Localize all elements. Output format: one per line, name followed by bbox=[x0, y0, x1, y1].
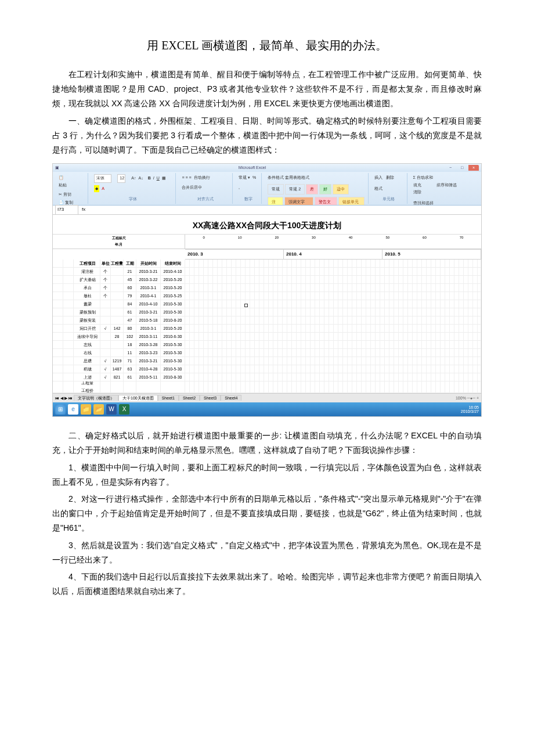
table-row[interactable]: 承台 个 60 2010-3-1 2010-5-20 bbox=[53, 284, 481, 292]
style-good[interactable]: 好 bbox=[319, 184, 331, 195]
font-name[interactable]: 宋体 bbox=[94, 174, 111, 183]
ruler-tick: 70 bbox=[460, 235, 464, 249]
style-bad[interactable]: 差 bbox=[306, 184, 318, 195]
style-note[interactable]: 注释 bbox=[268, 197, 283, 206]
minimize-button[interactable]: − bbox=[445, 165, 456, 171]
bold-button[interactable]: B bbox=[148, 175, 151, 182]
sheet-tab[interactable]: Sheet2 bbox=[179, 395, 200, 401]
folder-icon[interactable]: 📂 bbox=[93, 404, 104, 415]
ruler-tick: 30 bbox=[312, 235, 316, 249]
ie-icon[interactable]: e bbox=[68, 404, 78, 415]
comma-button[interactable]: , bbox=[239, 184, 240, 192]
style-link[interactable]: 链接单元格 bbox=[338, 197, 365, 206]
font-size[interactable]: 12 bbox=[117, 174, 125, 183]
format-button[interactable]: 格式 bbox=[374, 185, 383, 193]
table-row[interactable]: 上游 √ 821 61 2010-5-11 2010-8-30 bbox=[53, 373, 481, 381]
table-row[interactable]: 扩大基础 个 45 2010-3-22 2010-5-20 bbox=[53, 276, 481, 284]
font-shrink[interactable]: A↓ bbox=[139, 175, 143, 182]
find-select[interactable]: 查找和选择 bbox=[413, 200, 434, 206]
sheet-tab[interactable]: Sheet1 bbox=[158, 395, 179, 401]
paste-button[interactable]: 📋粘贴 bbox=[59, 174, 67, 189]
border-button[interactable]: ▦ bbox=[162, 175, 166, 182]
fill-color[interactable]: ◆ bbox=[94, 185, 99, 193]
sheet-main-title: XX高速公路XX合同段大干100天进度计划 bbox=[53, 215, 481, 235]
excel-screenshot: ▣ Microsoft Excel − □ × 📋粘贴 ✂ 剪切 📄 复制 🖌 … bbox=[52, 163, 482, 417]
sheet-tab[interactable]: Sheet4 bbox=[221, 395, 241, 401]
excel-taskbar-icon[interactable]: X bbox=[119, 404, 129, 415]
ribbon-editing: Σ 自动求和 填充 清除 排序和筛选 查找和选择 编辑 bbox=[410, 173, 479, 204]
insert-button[interactable]: 插入 bbox=[374, 174, 383, 182]
wrap-text[interactable]: 自动换行 bbox=[194, 174, 210, 182]
delete-button[interactable]: 删除 bbox=[386, 174, 394, 182]
name-box[interactable]: I73 bbox=[55, 205, 78, 214]
table-row[interactable]: 墩柱 个 79 2010-4-1 2010-5-25 bbox=[53, 292, 481, 300]
close-button[interactable]: × bbox=[468, 165, 479, 171]
table-row[interactable]: 思塘 √ 1219 71 2010-3-21 2010-5-30 bbox=[53, 357, 481, 365]
style-normal[interactable]: 常规 bbox=[268, 184, 284, 195]
copy-button[interactable]: 📄 复制 bbox=[59, 199, 76, 206]
cells-label: 单元格 bbox=[374, 196, 403, 203]
maximize-button[interactable]: □ bbox=[457, 165, 467, 171]
sheet-tab[interactable]: 文字说明（横道图） bbox=[74, 395, 118, 401]
table-row[interactable]: 连续中导洞 28 102 2010-3-11 2010-6-30 bbox=[53, 333, 481, 341]
section-1: 一、确定横道图的格式，外围框架、工程项目、日期、时间等形式。确定格式的时候特别要… bbox=[52, 114, 482, 158]
format-table-button[interactable]: 套用表格格式 bbox=[285, 174, 309, 182]
style-normal2[interactable]: 常规 2 bbox=[285, 184, 305, 195]
underline-button[interactable]: U bbox=[157, 175, 160, 182]
system-tray[interactable]: 16:05 2010/3/27 bbox=[461, 405, 479, 414]
italic-button[interactable]: I bbox=[153, 175, 154, 182]
worksheet[interactable]: XX高速公路XX合同段大干100天进度计划 工程标尺 年.月 010203040… bbox=[53, 215, 481, 393]
table-row[interactable]: 洞口开挖 √ 142 80 2010-3-1 2010-5-20 bbox=[53, 325, 481, 333]
number-format[interactable]: 常规 ▾ bbox=[239, 174, 250, 182]
zoom-control[interactable]: 100% ─●─ + bbox=[456, 395, 479, 402]
sheet-tabs: ⏮ ◀ ▶ ⏭ 文字说明（横道图）大干100天横道图Sheet1Sheet2Sh… bbox=[53, 393, 481, 402]
step-1: 1、横道图中中间一行填入时间，要和上面工程标尺的时间一致哦，一行填完以后，字体颜… bbox=[52, 460, 482, 489]
align-buttons[interactable]: ≡ ≡ ≡ bbox=[182, 174, 191, 182]
cond-format-button[interactable]: 条件格式 bbox=[268, 174, 284, 182]
tab-nav-last[interactable]: ⏭ bbox=[68, 395, 73, 402]
table-row[interactable]: 梁板预制 61 2010-3-21 2010-5-30 bbox=[53, 308, 481, 316]
font-color[interactable]: A bbox=[102, 185, 104, 193]
windows-taskbar: ⊞ e 📁 📂 W X 16:05 2010/3/27 bbox=[53, 402, 481, 416]
ribbon-clipboard: 📋粘贴 ✂ 剪切 📄 复制 🖌 格式刷 剪贴板 bbox=[55, 173, 88, 204]
tab-nav-prev[interactable]: ◀ bbox=[60, 395, 63, 402]
autosum[interactable]: Σ 自动求和 bbox=[413, 174, 433, 182]
explorer-icon[interactable]: 📁 bbox=[81, 404, 91, 415]
style-warn[interactable]: 警告文字 bbox=[315, 197, 337, 206]
merge-center[interactable]: 合并后居中 bbox=[182, 184, 202, 192]
table-row[interactable]: 灌注桩 个 21 2010-3-21 2010-4-10 bbox=[53, 268, 481, 276]
ruler-scale: 010203040506070 bbox=[185, 235, 481, 249]
ruler-tick: 20 bbox=[275, 235, 279, 249]
style-accent[interactable]: 强调文字色... bbox=[284, 197, 313, 206]
tab-nav-next[interactable]: ▶ bbox=[64, 395, 67, 402]
table-row[interactable]: 右线 11 2010-3-23 2010-5-30 bbox=[53, 349, 481, 357]
ribbon-styles: 条件格式 套用表格格式 常规 常规 2 差 好 适中 注释 强调文字色... 警… bbox=[264, 173, 368, 204]
percent-button[interactable]: % bbox=[252, 174, 256, 182]
style-neutral[interactable]: 适中 bbox=[333, 184, 349, 195]
font-grow[interactable]: A↑ bbox=[131, 175, 136, 182]
fx-label[interactable]: fx bbox=[82, 206, 85, 214]
tab-nav-first[interactable]: ⏮ bbox=[55, 395, 59, 402]
table-row[interactable]: 盖梁 84 2010-4-10 2010-5-30 bbox=[53, 300, 481, 308]
cut-button[interactable]: ✂ 剪切 bbox=[59, 191, 76, 199]
handle-marker[interactable] bbox=[244, 304, 248, 307]
clear-button[interactable]: 清除 bbox=[413, 189, 433, 196]
table-row[interactable]: 左线 18 2010-3-28 2010-5-30 bbox=[53, 341, 481, 349]
start-button[interactable]: ⊞ bbox=[55, 404, 66, 415]
ribbon: 📋粘贴 ✂ 剪切 📄 复制 🖌 格式刷 剪贴板 宋体 12 A↑ A↓ B I … bbox=[53, 172, 481, 206]
table-row[interactable]: 稻垅 √ 1487 63 2010-4-28 2010-5-30 bbox=[53, 365, 481, 373]
step-3: 3、然后就是设置为：我们选"自定义格式"，"自定义格式"中，把字体设置为黑色，背… bbox=[52, 538, 482, 567]
month-3: 2010. 5 bbox=[383, 250, 481, 259]
window-title-text: Microsoft Excel bbox=[239, 164, 266, 172]
sort-filter[interactable]: 排序和筛选 bbox=[436, 182, 457, 189]
ribbon-font: 宋体 12 A↑ A↓ B I U ▦ ◆ A 字体 bbox=[91, 173, 176, 204]
fill-button[interactable]: 填充 bbox=[413, 182, 433, 189]
sheet-tab[interactable]: 大干100天横道图 bbox=[118, 395, 158, 401]
number-label: 数字 bbox=[239, 196, 258, 203]
word-icon[interactable]: W bbox=[106, 404, 117, 415]
excel-icon: ▣ bbox=[55, 164, 59, 172]
month-header: 2010. 3 2010. 4 2010. 5 bbox=[185, 249, 481, 260]
step-2: 2、对这一行进行格式操作，全部选中本行中所有的日期单元格以后，"条件格式"-"突… bbox=[52, 492, 482, 536]
sheet-tab[interactable]: Sheet3 bbox=[200, 395, 221, 401]
table-row[interactable]: 梁板安装 47 2010-5-18 2010-8-20 bbox=[53, 316, 481, 325]
